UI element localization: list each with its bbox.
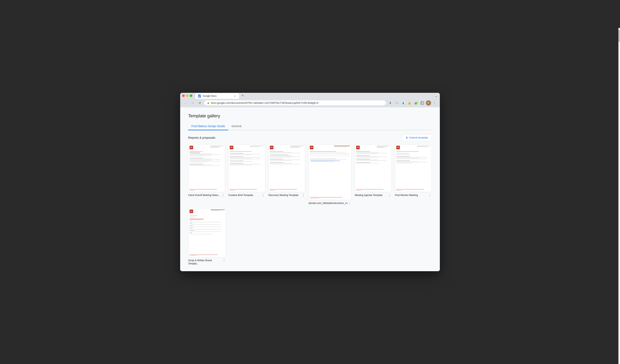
submit-btn-label: Submit template [409,136,428,139]
template-name: Creative Brief Template [228,194,253,197]
active-tab[interactable]: Google Docs ✕ [195,93,239,99]
close-button[interactable] [182,94,185,97]
svg-text:👤: 👤 [402,102,404,104]
template-card[interactable]: PB [188,144,225,205]
template-card[interactable]: PB [268,144,305,205]
template-thumbnail: PB [268,144,305,192]
template-card[interactable]: PB [355,144,392,205]
templates-row-2: PB Script & Written Brand updated FALL 2… [188,208,432,265]
template-menu-button[interactable]: ⋮ [348,202,352,205]
template-card[interactable]: PB [309,144,352,205]
template-card[interactable]: PB [228,144,265,205]
svg-rect-3 [199,97,200,97]
submit-template-button[interactable]: ⬆ Submit template [402,134,432,141]
extensions-warning-icon[interactable]: ! [407,100,412,106]
address-bar: ← → ↺ 🔒 docs.google.com/document/u/0/?ft… [180,99,440,107]
minimize-button[interactable] [186,94,188,97]
bookmark-icon[interactable]: ☆ [394,100,400,106]
tab-docs-icon [198,94,201,98]
profile-avatar[interactable]: P [426,100,431,106]
section-title: Reports & proposals [188,136,215,139]
account-icon[interactable]: 👤 [400,100,406,106]
template-thumbnail: PB Script & Written Brand updated FALL 2… [188,208,226,257]
template-thumbnail: PB [395,144,432,192]
tab-title: Google Docs [203,95,232,97]
page-content: Template gallery Pixel Bakery Design Stu… [180,107,440,271]
url-text: docs.google.com/document/u/0/?ftv=1&fold… [211,101,383,104]
tab-general[interactable]: General [228,123,245,130]
template-card[interactable]: PB Script & Written Brand updated FALL 2… [188,208,226,265]
template-menu-button[interactable]: ⋮ [261,194,265,197]
back-button[interactable]: ← [183,100,188,106]
window-controls [180,93,194,99]
puzzle-icon[interactable]: 🧩 [413,100,419,106]
brand-logo: PB [189,146,193,149]
sidebar-icon[interactable] [419,100,425,106]
template-name: Client Kickoff Meeting Notes... [188,194,220,197]
page-title: Template gallery [188,113,432,118]
template-menu-button[interactable]: ⋮ [222,259,226,262]
tab-bar-row: Google Docs ✕ + ⌄ [180,93,440,99]
upload-icon: ⬆ [406,136,408,139]
template-thumbnail: PB [188,144,225,192]
maximize-button[interactable] [190,94,192,97]
template-name: domain.com_WebsiteInstructions_v1 [309,202,348,205]
template-thumbnail: PB [309,144,352,200]
forward-button[interactable]: → [190,100,195,106]
reload-button[interactable]: ↺ [197,100,202,106]
template-menu-button[interactable]: ⋮ [428,194,432,197]
template-thumbnail: PB [355,144,392,192]
svg-rect-2 [199,96,201,97]
toolbar-icons: ⬇ ☆ 👤 ! 🧩 P ⋮ [388,100,437,106]
download-icon[interactable]: ⬇ [388,100,393,106]
template-menu-button[interactable]: ⋮ [301,194,305,197]
url-bar[interactable]: 🔒 docs.google.com/document/u/0/?ftv=1&fo… [204,100,386,105]
title-bar: Google Docs ✕ + ⌄ ← → ↺ 🔒 docs.google.co… [180,93,440,107]
brand-logo: PB [270,146,273,149]
brand-logo: PB [230,146,233,149]
template-name: Script & Written Brand Templat... [188,259,222,265]
template-card[interactable]: PB [395,144,432,205]
window-menu-button[interactable]: ⌄ [435,94,437,98]
template-thumbnail: PB [228,144,265,192]
section-header: Reports & proposals ⬆ Submit template [188,130,432,144]
template-name: Post-Mortem Meeting [395,194,418,197]
tab-pixel-bakery[interactable]: Pixel Bakery Design Studio [188,123,228,130]
template-menu-button[interactable]: ⋮ [388,194,392,197]
lock-icon: 🔒 [207,102,210,104]
svg-text:!: ! [409,102,410,104]
browser-window: Google Docs ✕ + ⌄ ← → ↺ 🔒 docs.google.co… [180,93,440,271]
brand-logo: PB [189,210,193,213]
chrome-menu-button[interactable]: ⋮ [432,100,437,106]
brand-logo: PB [310,146,313,149]
svg-rect-1 [199,96,201,96]
templates-row-1: PB [188,144,432,205]
template-name: Discovery Meeting Template [268,194,299,197]
template-name: Meeting Agenda Template [355,194,383,197]
new-tab-button[interactable]: + [240,93,246,98]
brand-logo: PB [396,146,400,149]
tab-close-button[interactable]: ✕ [233,94,236,98]
template-menu-button[interactable]: ⋮ [221,194,225,197]
tabs-nav: Pixel Bakery Design Studio General [188,123,432,130]
brand-logo: PB [356,146,360,149]
tabs-area: Google Docs ✕ + [194,93,435,99]
svg-rect-8 [421,102,424,104]
